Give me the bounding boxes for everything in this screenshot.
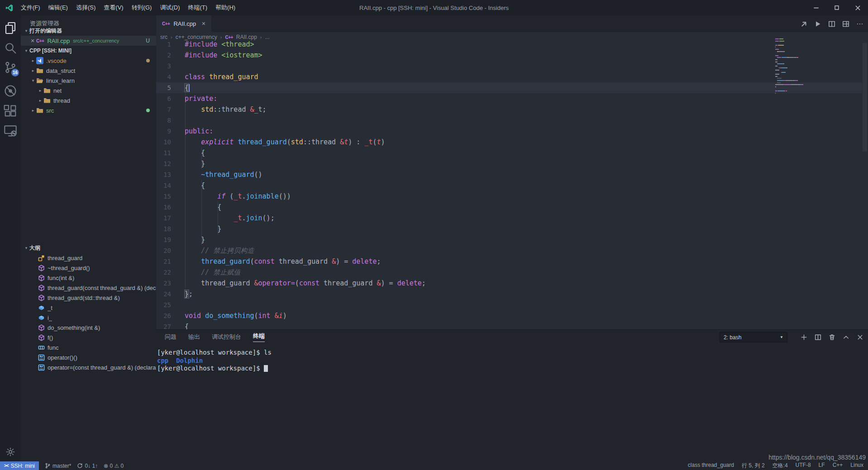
open-editors-header[interactable]: ▾ 打开的编辑器 [21,26,156,36]
code-line: 1#include <thread> [156,39,862,50]
activitybar-extensions-icon[interactable] [0,104,21,118]
maximize-button[interactable] [826,0,847,15]
minimize-button[interactable] [806,0,826,15]
status-sync[interactable]: 0↓ 1↑ [77,463,98,469]
terminal-text: [yker@localhost workspace]$ ls [157,349,272,356]
minimap-line [775,84,783,85]
code-token: delete [352,257,377,266]
code-token: #include [185,51,217,59]
outline-item[interactable]: operator=(const thread_guard &) (declara… [21,362,156,372]
status-branch[interactable]: master* [45,463,71,469]
code-token [185,171,201,179]
open-editor-filename: RAII.cpp [47,38,70,44]
close-button[interactable] [847,0,868,15]
outline-item[interactable]: f() [21,332,156,342]
activitybar-explorer-icon[interactable] [0,21,21,35]
terminal-output[interactable]: [yker@localhost workspace]$ lscpp Dolphi… [157,349,272,373]
code-line: 11 { [156,147,862,158]
tab-close-icon[interactable]: ✕ [201,21,205,27]
menu-item-2[interactable]: 选择(S) [72,0,100,15]
panel-tab-1[interactable]: 输出 [182,330,206,344]
toggle-layout-icon[interactable] [842,20,849,28]
tree-item-thread[interactable]: ▸thread [21,95,156,105]
code-line: 23 thread_guard &operator=(const thread_… [156,278,862,289]
outline-item[interactable]: thread_guard(std::thread &) [21,293,156,303]
status-right-item-3[interactable]: UTF-8 [796,462,811,470]
code-token: ) = [336,257,352,266]
outline-item[interactable]: i_ [21,313,156,323]
outline-item[interactable]: func [21,342,156,352]
menu-item-5[interactable]: 调试(D) [156,0,184,15]
outline-item[interactable]: _t [21,303,156,313]
run-below-icon[interactable] [800,20,807,28]
tree-item-data_struct[interactable]: ▸data_struct [21,66,156,76]
tree-item-vscode[interactable]: ▸.vscode [21,56,156,66]
panel-tab-3[interactable]: 终端 [247,330,271,344]
status-right-item-4[interactable]: LF [819,462,825,470]
split-editor-icon[interactable] [828,20,835,28]
menu-item-7[interactable]: 帮助(H) [211,0,239,15]
minimap[interactable] [775,38,832,102]
tree-item-net[interactable]: ▸net [21,85,156,95]
status-right-item-2[interactable]: 空格:4 [773,462,788,470]
panel-tab-0[interactable]: 问题 [159,330,182,344]
menu-item-3[interactable]: 查看(V) [100,0,127,15]
cpp-file-icon: C++ [36,38,44,43]
line-number: 8 [156,115,171,126]
outline-item[interactable]: func(int &) [21,273,156,283]
editor-group[interactable]: src›c++_concurrency›C++RAII.cpp›... 1#in… [156,32,868,329]
minimap-line [775,76,777,77]
status-right-item-0[interactable]: class thread_guard [688,462,734,470]
tab-raii-cpp[interactable]: C++ RAII.cpp ✕ [156,15,211,32]
code-token: ( [225,192,234,200]
status-right-item-1[interactable]: 行 5, 列 2 [742,462,765,470]
folder-icon [36,67,43,74]
activitybar-source-control-icon[interactable]: 16 [0,60,21,75]
tree-item-linux_learn[interactable]: ▾linux_learn [21,76,156,85]
remote-indicator[interactable]: >< SSH: mini [0,461,39,470]
run-file-icon[interactable] [814,20,821,28]
menu-item-6[interactable]: 终端(T) [184,0,211,15]
outline-item[interactable]: operator()() [21,352,156,362]
status-right-item-6[interactable]: Linux [850,462,863,470]
new-terminal-icon[interactable] [801,334,807,341]
activitybar-remote-explorer-icon[interactable] [0,123,21,138]
workspace-header[interactable]: ▾ CPP [SSH: MINI] [21,46,156,56]
kill-terminal-icon[interactable] [829,334,835,341]
code-token: <iostream> [221,51,262,59]
code-line: 16 { [156,202,862,213]
activitybar-search-icon[interactable] [0,41,21,55]
close-icon[interactable]: ✕ [29,38,36,44]
menu-item-0[interactable]: 文件(F) [17,0,44,15]
outline-item[interactable]: do_something(int &) [21,323,156,332]
code-area[interactable]: 1#include <thread>2#include <iostream>34… [156,39,862,329]
status-right-item-5[interactable]: C++ [833,462,843,470]
open-editor-item[interactable]: ✕ C++ RAII.cpp src/c++_concurrency U [21,36,156,46]
settings-gear-icon[interactable] [0,447,21,457]
more-actions-icon[interactable] [856,20,863,28]
code-token: operator= [258,279,295,287]
code-token: delete [397,279,422,287]
outline-item[interactable]: ~thread_guard() [21,263,156,273]
outline-item[interactable]: thread_guard(const thread_guard &) (decl… [21,283,156,293]
code-token: { [185,149,205,157]
code-token [185,214,234,222]
panel-tab-2[interactable]: 调试控制台 [206,330,247,344]
symbol-method-icon [38,334,45,341]
terminal-picker[interactable]: 2: bash ▼ [720,332,787,342]
chevron-down-icon: ▾ [23,246,29,250]
maximize-panel-icon[interactable] [843,334,849,341]
menu-item-1[interactable]: 编辑(E) [44,0,72,15]
close-panel-icon[interactable] [857,334,863,341]
panel-tab-label: 问题 [165,333,176,341]
editor-scrollbar[interactable] [862,32,868,329]
menu-item-4[interactable]: 转到(G) [128,0,156,15]
split-terminal-icon[interactable] [815,334,821,341]
outline-item[interactable]: thread_guard [21,253,156,263]
code-line: 21 thread_guard(const thread_guard &) = … [156,256,862,267]
outline-header[interactable]: ▾ 大纲 [21,243,156,253]
status-errors[interactable]: ⊗ 0 ⚠ 0 [104,463,124,469]
line-number: 16 [156,202,171,213]
activitybar-run-debug-icon[interactable] [0,84,21,98]
tree-item-src[interactable]: ▸src [21,105,156,115]
